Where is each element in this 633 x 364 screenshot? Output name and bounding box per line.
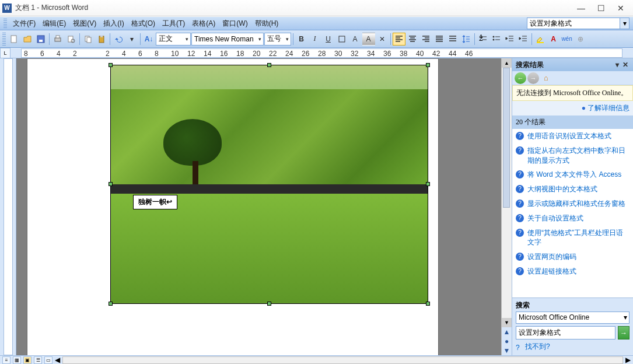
char-scale-button[interactable]: ✕ <box>376 33 389 46</box>
result-item[interactable]: ?设置超链接格式 <box>512 264 633 279</box>
taskpane-close-button[interactable]: ✕ <box>621 61 629 69</box>
help-search-dropdown[interactable]: ▾ <box>620 18 629 29</box>
taskpane-dropdown[interactable]: ▾ <box>613 61 621 69</box>
scroll-up-button[interactable]: ▲ <box>502 58 512 68</box>
next-page-button[interactable]: ▼ <box>502 346 512 355</box>
hscroll-left[interactable]: ◀ <box>55 356 60 364</box>
search-source-select[interactable]: Microsoft Office Online <box>516 312 629 324</box>
help-icon: ? <box>516 170 524 178</box>
scroll-down-button[interactable]: ▼ <box>502 318 512 327</box>
nav-back-button[interactable]: ← <box>515 72 526 84</box>
underline-button[interactable]: U <box>322 33 335 46</box>
vertical-ruler[interactable] <box>4 58 13 355</box>
browse-object-button[interactable]: ● <box>502 337 512 346</box>
italic-button[interactable]: I <box>309 33 321 46</box>
print-preview-button[interactable] <box>65 33 78 46</box>
line-spacing-button[interactable] <box>460 33 473 46</box>
resize-handle-br[interactable] <box>426 302 430 306</box>
border-button[interactable] <box>335 33 348 46</box>
menu-help[interactable]: 帮助(H) <box>251 18 282 30</box>
menu-table[interactable]: 表格(A) <box>188 18 219 30</box>
save-button[interactable] <box>34 33 47 46</box>
resize-handle-tl[interactable] <box>109 63 113 67</box>
menu-tools[interactable]: 工具(T) <box>159 18 188 30</box>
phonetic-guide-button[interactable]: ⊕ <box>574 33 587 46</box>
result-item[interactable]: ?显示或隐藏样式和格式任务窗格 <box>512 197 633 211</box>
hscroll-right[interactable]: ▶ <box>625 356 631 364</box>
tab-selector[interactable]: L <box>0 48 11 58</box>
align-justify-button[interactable] <box>433 33 446 46</box>
selected-image[interactable]: 独树一帜↩ <box>110 65 428 304</box>
result-item[interactable]: ?指定从右向左式文档中数字和日期的显示方式 <box>512 144 633 168</box>
paste-button[interactable] <box>95 33 108 46</box>
menu-format[interactable]: 格式(O) <box>128 18 159 30</box>
result-item[interactable]: ?大纲视图中的文本格式 <box>512 182 633 197</box>
nav-home-button[interactable]: ⌂ <box>540 72 552 84</box>
document-area[interactable]: 独树一帜↩ <box>16 58 501 355</box>
normal-view-button[interactable]: ≡ <box>2 356 11 364</box>
scroll-thumb[interactable] <box>503 68 510 208</box>
vertical-scrollbar[interactable]: ▲ ▼ ▲ ● ▼ <box>501 58 512 355</box>
grip-icon[interactable] <box>4 19 7 28</box>
print-view-button[interactable]: ▣ <box>23 356 32 364</box>
char-shading-button[interactable]: A <box>362 33 375 46</box>
minimize-button[interactable]: — <box>571 2 591 15</box>
increase-indent-button[interactable] <box>517 33 530 46</box>
search-input[interactable]: 设置对象格式 <box>516 326 615 340</box>
font-color-button[interactable]: A <box>547 33 560 46</box>
resize-handle-tr[interactable] <box>426 63 430 67</box>
open-button[interactable] <box>21 33 34 46</box>
close-button[interactable]: ✕ <box>611 2 631 15</box>
resize-handle-mr[interactable] <box>426 182 430 186</box>
cant-find-link[interactable]: ?找不到? <box>516 340 629 352</box>
result-item[interactable]: ?使用语音识别设置文本格式 <box>512 129 633 144</box>
align-right-button[interactable] <box>419 33 432 46</box>
font-select[interactable]: Times New Roman <box>191 33 264 46</box>
undo-button[interactable] <box>112 33 125 46</box>
char-border-button[interactable]: A <box>349 33 362 46</box>
distribute-button[interactable] <box>446 33 459 46</box>
resize-handle-ml[interactable] <box>109 182 113 186</box>
bold-button[interactable]: B <box>295 33 308 46</box>
outline-view-button[interactable]: ☰ <box>34 356 42 364</box>
resize-handle-bl[interactable] <box>109 302 113 306</box>
result-item[interactable]: ?使用“其他格式”工具栏处理日语文字 <box>512 226 633 250</box>
align-left-button[interactable] <box>393 33 405 46</box>
reading-view-button[interactable]: ▭ <box>44 356 53 364</box>
decrease-indent-button[interactable] <box>503 33 516 46</box>
new-doc-button[interactable] <box>8 33 20 46</box>
nav-forward-button[interactable]: → <box>527 72 539 84</box>
horizontal-scrollbar[interactable] <box>62 356 623 364</box>
menu-insert[interactable]: 插入(I) <box>100 18 127 30</box>
grip-icon[interactable] <box>2 33 6 46</box>
result-item[interactable]: ?将 Word 文本文件导入 Access <box>512 167 633 182</box>
font-size-select[interactable]: 五号 <box>264 33 291 46</box>
result-item[interactable]: ?关于自动设置格式 <box>512 211 633 226</box>
menu-file[interactable]: 文件(F) <box>9 18 39 30</box>
menu-edit[interactable]: 编辑(E) <box>39 18 69 30</box>
help-search-input[interactable]: 设置对象格式 <box>527 18 620 29</box>
menu-window[interactable]: 窗口(W) <box>219 18 251 30</box>
horizontal-ruler[interactable]: 8642246810121416182022242628303234363840… <box>21 48 622 58</box>
bullets-button[interactable] <box>490 33 503 46</box>
align-center-button[interactable] <box>406 33 419 46</box>
prev-page-button[interactable]: ▲ <box>502 327 512 337</box>
format-painter-button[interactable]: A↓ <box>142 33 155 46</box>
resize-handle-bm[interactable] <box>267 302 271 306</box>
highlight-button[interactable] <box>534 33 547 46</box>
print-button[interactable] <box>51 33 64 46</box>
menu-view[interactable]: 视图(V) <box>69 18 100 30</box>
search-go-button[interactable]: → <box>618 326 629 340</box>
copy-button[interactable] <box>82 33 95 46</box>
details-link[interactable]: ● 了解详细信息 <box>512 101 633 116</box>
maximize-button[interactable]: ☐ <box>591 2 611 15</box>
image-caption[interactable]: 独树一帜↩ <box>133 195 177 209</box>
resize-handle-tm[interactable] <box>267 63 271 67</box>
numbering-button[interactable]: 12 <box>477 33 489 46</box>
redo-dropdown[interactable]: ▾ <box>125 33 138 46</box>
asian-layout-button[interactable]: wén <box>561 33 573 46</box>
web-view-button[interactable]: ▦ <box>13 356 21 364</box>
results-list[interactable]: ?使用语音识别设置文本格式?指定从右向左式文档中数字和日期的显示方式?将 Wor… <box>512 129 633 298</box>
style-select[interactable]: 正文 <box>156 33 191 46</box>
result-item[interactable]: ?设置网页的编码 <box>512 250 633 264</box>
